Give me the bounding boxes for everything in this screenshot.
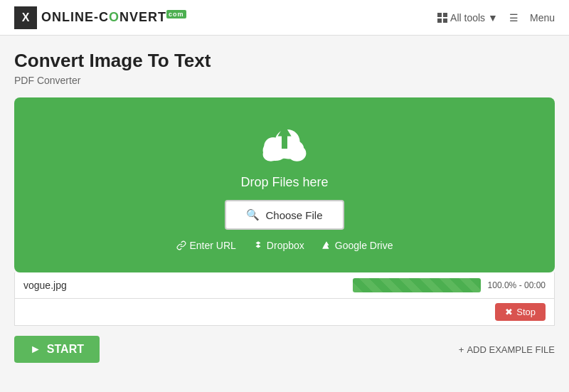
svg-point-7 [288,141,304,157]
choose-file-button[interactable]: 🔍 Choose File [225,200,344,230]
stop-label: Stop [516,307,536,317]
drop-zone[interactable]: Drop Files here 🔍 Choose File Enter URL … [14,97,555,272]
add-example-link[interactable]: + ADD EXAMPLE FILE [459,344,555,355]
main-content: Convert Image To Text PDF Converter Drop… [0,36,569,363]
progress-area: 100.0% - 00:00 [353,278,546,292]
page-title: Convert Image To Text [14,50,555,72]
progress-bar-container [353,278,481,292]
google-drive-link[interactable]: Google Drive [321,240,393,251]
dropbox-icon [253,240,263,250]
progress-text: 100.0% - 00:00 [488,280,546,290]
stop-button[interactable]: ✖ Stop [495,303,546,321]
google-drive-icon [321,240,331,250]
drop-files-text: Drop Files here [240,175,328,190]
logo-text: ONLINE-CONVERTcom [41,10,186,25]
file-row: vogue.jpg 100.0% - 00:00 [14,272,555,299]
bottom-links: Enter URL Dropbox Google Drive [176,240,393,251]
enter-url-link[interactable]: Enter URL [176,240,236,251]
menu-label[interactable]: Menu [530,12,555,23]
search-icon: 🔍 [246,208,260,221]
dropbox-link[interactable]: Dropbox [253,240,304,251]
stop-row: ✖ Stop [14,299,555,326]
hamburger-icon[interactable]: ☰ [509,12,519,23]
plus-icon: + [459,344,464,355]
x-icon: ✖ [505,307,513,317]
file-name: vogue.jpg [23,280,67,291]
logo-icon: X [14,6,37,29]
link-icon [176,240,186,250]
grid-icon [437,13,447,23]
action-row: ► START + ADD EXAMPLE FILE [14,326,555,363]
all-tools-label: All tools [450,12,485,23]
logo-area: X ONLINE-CONVERTcom [14,6,186,29]
page-subtitle: PDF Converter [14,75,555,86]
choose-file-label: Choose File [265,209,322,221]
add-example-label: ADD EXAMPLE FILE [467,344,555,355]
nav-right: All tools ▼ ☰ Menu [437,12,555,23]
start-label: START [47,343,84,356]
logo-badge: com [166,10,186,18]
progress-bar [353,278,481,292]
upload-cloud-icon [256,119,313,165]
header: X ONLINE-CONVERTcom All tools ▼ ☰ Menu [0,0,569,36]
chevron-down-icon: ▼ [488,12,498,23]
all-tools-button[interactable]: All tools ▼ [437,12,498,23]
chevron-right-icon: ► [30,343,41,356]
logo-highlight: O [109,10,119,24]
start-button[interactable]: ► START [14,336,100,363]
